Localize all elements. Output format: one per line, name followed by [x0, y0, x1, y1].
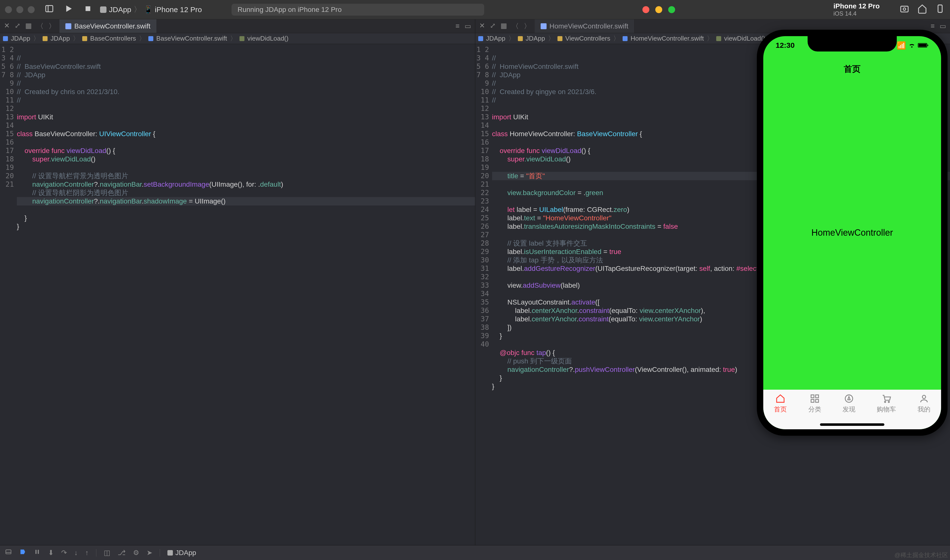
- svg-rect-3: [86, 6, 90, 11]
- home-icon: [775, 394, 785, 403]
- nav-back-icon[interactable]: 〈: [512, 22, 519, 31]
- left-line-gutter: 1 2 3 4 5 6 7 8 9 10 11 12 13 14 15 16 1…: [0, 44, 17, 545]
- minimize-window-icon[interactable]: [16, 6, 23, 13]
- svg-rect-9: [927, 45, 928, 46]
- breakpoint-toggle-icon[interactable]: [19, 548, 26, 557]
- assistant-toggle-icon[interactable]: ▭: [465, 22, 471, 30]
- scheme-device-icon: 📱: [144, 5, 153, 14]
- right-line-gutter: 1 2 3 4 5 6 7 8 9 10 11 12 13 14 15 16 1…: [475, 44, 492, 545]
- tab-label: 首页: [774, 405, 787, 414]
- expand-icon[interactable]: ⤢: [490, 22, 496, 31]
- method-icon: [716, 36, 721, 41]
- debug-location-icon[interactable]: ➤: [146, 549, 152, 557]
- bc-folder2[interactable]: BaseControllers: [90, 35, 136, 42]
- related-items-icon[interactable]: ▦: [500, 22, 507, 31]
- wifi-icon: [908, 42, 915, 50]
- close-window-icon[interactable]: [5, 6, 12, 13]
- screen-body[interactable]: HomeViewController: [763, 76, 941, 390]
- bc-folder2[interactable]: ViewControllers: [565, 35, 610, 42]
- sidebar-toggle-icon[interactable]: [45, 4, 54, 15]
- debug-process[interactable]: JDApp: [168, 549, 196, 557]
- tab-home[interactable]: 首页: [774, 394, 787, 414]
- center-label[interactable]: HomeViewController: [811, 228, 893, 238]
- zoom-window-icon[interactable]: [28, 6, 35, 13]
- sim-close-icon[interactable]: [642, 6, 649, 13]
- home-indicator[interactable]: [820, 423, 884, 426]
- close-tab-icon[interactable]: ✕: [479, 22, 485, 31]
- stop-button-icon[interactable]: [83, 4, 92, 15]
- bc-project[interactable]: JDApp: [486, 35, 505, 42]
- right-tab-label: HomeViewController.swift: [550, 22, 628, 30]
- left-tabbar: ✕ ⤢ ▦ 〈 〉 BaseViewController.swift ≡ ▭: [0, 19, 475, 33]
- tab-profile[interactable]: 我的: [918, 394, 930, 414]
- bc-method[interactable]: viewDidLoad(): [247, 35, 288, 42]
- step-out-icon[interactable]: ↑: [85, 549, 89, 557]
- left-file-tab[interactable]: BaseViewController.swift: [59, 19, 157, 33]
- svg-rect-19: [6, 550, 11, 554]
- expand-icon[interactable]: ⤢: [15, 22, 20, 31]
- tab-cart[interactable]: 购物车: [877, 394, 896, 414]
- folder-icon: [557, 36, 562, 41]
- svg-rect-13: [816, 399, 819, 402]
- continue-icon[interactable]: ⬇: [48, 549, 54, 557]
- editor-left-pane: ✕ ⤢ ▦ 〈 〉 BaseViewController.swift ≡ ▭ J…: [0, 19, 475, 545]
- tab-label: 购物车: [877, 405, 896, 414]
- svg-rect-12: [811, 399, 814, 402]
- device-frame: 12:30 📶 首页 HomeViewController: [757, 30, 947, 436]
- folder-icon: [82, 36, 87, 41]
- related-items-icon[interactable]: ▦: [25, 22, 32, 31]
- folder-icon: [518, 36, 523, 41]
- nav-forward-icon[interactable]: 〉: [524, 22, 531, 31]
- tab-label: 分类: [808, 405, 821, 414]
- person-icon: [919, 394, 929, 403]
- swift-file-icon: [65, 23, 71, 29]
- window-traffic-lights[interactable]: [5, 6, 35, 13]
- device-time: 12:30: [776, 41, 795, 50]
- bc-project[interactable]: JDApp: [11, 35, 30, 42]
- bc-file[interactable]: HomeViewController.swift: [631, 35, 704, 42]
- scheme-device-name: iPhone 12 Pro: [155, 5, 202, 14]
- project-icon: [3, 36, 8, 41]
- folder-icon: [43, 36, 48, 41]
- swift-file-icon: [623, 36, 628, 41]
- device-screen[interactable]: 12:30 📶 首页 HomeViewController: [763, 36, 941, 429]
- svg-point-18: [922, 395, 925, 398]
- svg-rect-23: [38, 550, 39, 554]
- run-button-icon[interactable]: [64, 4, 73, 15]
- svg-rect-22: [35, 550, 37, 554]
- watermark: @稀土掘金技术社区: [895, 551, 948, 559]
- step-into-icon[interactable]: ↓: [74, 549, 78, 557]
- sim-minimize-icon[interactable]: [655, 6, 662, 13]
- bc-folder1[interactable]: JDApp: [51, 35, 70, 42]
- bc-folder1[interactable]: JDApp: [526, 35, 545, 42]
- ios-simulator: 12:30 📶 首页 HomeViewController: [757, 0, 950, 421]
- right-file-tab[interactable]: HomeViewController.swift: [535, 19, 635, 33]
- scheme-app-icon: [100, 6, 106, 13]
- bc-file[interactable]: BaseViewController.swift: [156, 35, 227, 42]
- debug-view-icon[interactable]: ◫: [104, 549, 110, 557]
- editor-right-pane: ✕ ⤢ ▦ 〈 〉 HomeViewController.swift ≡ ▭ J…: [475, 19, 950, 545]
- left-code-editor[interactable]: // // BaseViewController.swift // JDApp …: [17, 44, 475, 545]
- process-app-icon: [168, 550, 173, 555]
- process-name: JDApp: [176, 549, 196, 557]
- tab-category[interactable]: 分类: [808, 394, 821, 414]
- nav-back-icon[interactable]: 〈: [37, 22, 43, 31]
- left-breadcrumb[interactable]: JDApp 〉JDApp 〉BaseControllers 〉BaseViewC…: [0, 33, 475, 44]
- nav-title: 首页: [763, 63, 941, 75]
- tab-discover[interactable]: 发现: [842, 394, 855, 414]
- svg-point-16: [885, 401, 886, 403]
- minimap-toggle-icon[interactable]: ≡: [456, 22, 459, 30]
- debug-toggle-icon[interactable]: [5, 548, 12, 557]
- debug-env-icon[interactable]: ⚙: [133, 549, 139, 557]
- svg-rect-8: [919, 44, 927, 47]
- scheme-selector[interactable]: JDApp 〉 📱 iPhone 12 Pro: [100, 5, 202, 15]
- project-icon: [478, 36, 483, 41]
- step-over-icon[interactable]: ↷: [61, 549, 67, 557]
- debug-memory-icon[interactable]: ⎇: [118, 549, 126, 557]
- close-tab-icon[interactable]: ✕: [4, 22, 10, 31]
- nav-forward-icon[interactable]: 〉: [49, 22, 55, 31]
- cart-icon: [881, 394, 891, 403]
- grid-icon: [810, 394, 820, 403]
- pause-icon[interactable]: [34, 548, 41, 557]
- sim-zoom-icon[interactable]: [668, 6, 675, 13]
